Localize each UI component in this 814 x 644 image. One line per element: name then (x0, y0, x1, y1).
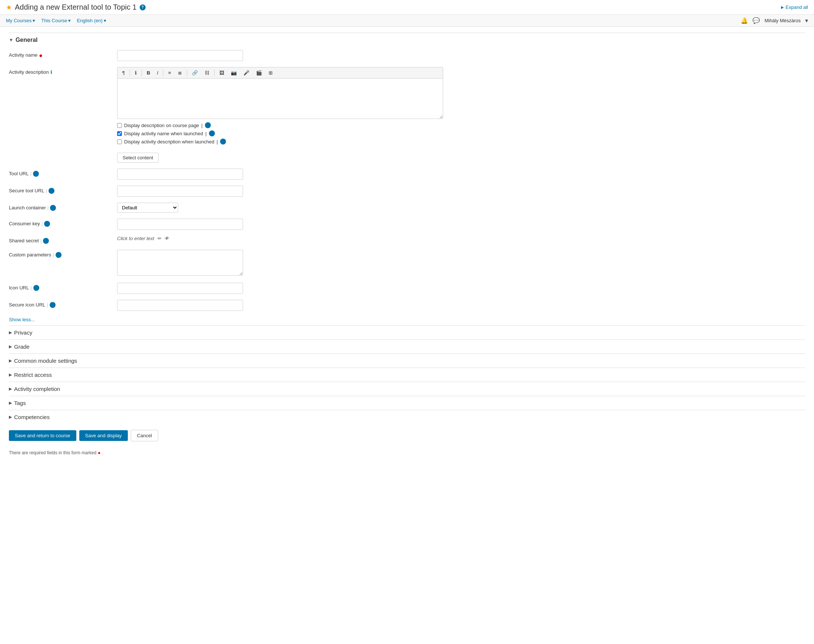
shared-secret-eye-icon[interactable]: 👁 (164, 236, 169, 241)
select-content-button[interactable]: Select content (117, 153, 159, 163)
restrict-access-label: Restrict access (14, 372, 52, 378)
toolbar-bold-btn[interactable]: B (144, 69, 153, 77)
display-description-checkbox[interactable] (117, 123, 122, 128)
save-display-button[interactable]: Save and display (79, 430, 128, 441)
shared-secret-label-text: Shared secret (9, 238, 39, 244)
nav-my-courses[interactable]: My Courses ▾ (6, 18, 35, 23)
user-name[interactable]: Mihály Mészáros (764, 18, 801, 23)
cancel-button[interactable]: Cancel (131, 430, 158, 441)
general-section-header[interactable]: ▼ General (9, 32, 805, 47)
launch-container-info-icon[interactable]: ? (50, 205, 56, 211)
tool-url-label-cell: Tool URL | ? (9, 169, 113, 177)
privacy-section-header[interactable]: ▶ Privacy (9, 325, 805, 339)
save-return-button[interactable]: Save and return to course (9, 430, 76, 441)
toolbar-video-btn[interactable]: 🎬 (253, 69, 265, 77)
shared-secret-info-icon[interactable]: ? (43, 238, 49, 244)
activity-name-row: Activity name ● (9, 47, 805, 64)
form-actions: Save and return to course Save and displ… (9, 424, 805, 447)
shared-secret-edit-icon[interactable]: ✏ (157, 236, 161, 241)
display-activity-name-checkbox[interactable] (117, 131, 122, 136)
nav-language[interactable]: English (en) ▾ (77, 18, 106, 23)
consumer-key-input[interactable] (117, 219, 243, 230)
restrict-access-section-header[interactable]: ▶ Restrict access (9, 368, 805, 382)
secure-tool-url-field (117, 186, 805, 197)
icon-url-info-icon[interactable]: ? (33, 285, 39, 291)
privacy-toggle-icon: ▶ (9, 330, 12, 335)
activity-name-input[interactable] (117, 50, 243, 61)
custom-parameters-info-icon[interactable]: ? (55, 252, 61, 258)
form-container: ▼ General Activity name ● Activity descr… (0, 27, 814, 464)
consumer-key-info-icon[interactable]: ? (44, 221, 50, 227)
toolbar-info-btn[interactable]: ℹ (132, 69, 139, 77)
activity-completion-section-header[interactable]: ▶ Activity completion (9, 382, 805, 396)
restrict-access-toggle-icon: ▶ (9, 373, 12, 377)
secure-tool-url-info-icon[interactable]: ? (49, 188, 54, 194)
display-description-info-icon[interactable]: ? (205, 122, 211, 128)
required-note-period: . (102, 450, 103, 455)
activity-description-textarea[interactable] (117, 78, 443, 119)
custom-parameters-row: Custom parameters | ? (9, 247, 805, 280)
tool-url-row: Tool URL | ? (9, 166, 805, 182)
title-info-icon[interactable]: ? (139, 5, 146, 11)
activity-description-row: Activity description ℹ ¶ ℹ B I ≡ ≣ (9, 64, 805, 150)
toolbar-image-btn[interactable]: 🖼 (217, 69, 227, 77)
show-less-container: Show less... (9, 314, 805, 325)
show-less-link[interactable]: Show less... (9, 314, 35, 325)
required-note: There are required fields in this form m… (9, 447, 805, 458)
common-module-section-header[interactable]: ▶ Common module settings (9, 354, 805, 368)
secure-icon-url-input[interactable] (117, 300, 243, 311)
nav-right: 🔔 💬 Mihály Mészáros ▾ (740, 17, 808, 24)
activity-description-info-icon[interactable]: ℹ (51, 69, 52, 75)
toolbar-sep-5 (214, 70, 215, 76)
display-activity-name-row: Display activity name when launched | ? (117, 130, 443, 136)
tool-url-label-text: Tool URL (9, 171, 29, 176)
toolbar-italic-btn[interactable]: I (154, 69, 161, 77)
toolbar-audio-btn[interactable]: 🎤 (241, 69, 252, 77)
user-menu-icon[interactable]: ▾ (805, 17, 808, 24)
icon-url-row: Icon URL | ? (9, 280, 805, 297)
shared-secret-placeholder[interactable]: Click to enter text (117, 236, 154, 241)
tool-url-input[interactable] (117, 169, 243, 180)
shared-secret-field: Click to enter text ✏ 👁 (117, 236, 805, 241)
toolbar-unlink-btn[interactable]: ⛓ (202, 69, 212, 77)
secure-tool-url-input[interactable] (117, 186, 243, 197)
custom-parameters-textarea[interactable] (117, 250, 243, 276)
display-activity-description-info-icon[interactable]: ? (220, 139, 226, 144)
secure-icon-url-info-icon[interactable]: ? (50, 302, 55, 308)
toolbar-format-btn[interactable]: ¶ (120, 69, 127, 77)
nav-bar: My Courses ▾ This Course ▾ English (en) … (0, 15, 814, 27)
general-section-label: General (15, 37, 38, 43)
activity-description-label-text: Activity description (9, 69, 49, 75)
activity-name-label-cell: Activity name ● (9, 50, 113, 59)
toolbar-media-btn[interactable]: 📷 (228, 69, 239, 77)
notification-icon[interactable]: 🔔 (740, 17, 748, 24)
tags-section-header[interactable]: ▶ Tags (9, 396, 805, 410)
toolbar-embed-btn[interactable]: ⊞ (266, 69, 275, 77)
expand-all-button[interactable]: ▶ Expand all (781, 5, 808, 10)
toolbar-sep-3 (163, 70, 163, 76)
custom-parameters-field (117, 250, 805, 277)
required-note-icon: ● (98, 450, 100, 455)
launch-container-label-text: Launch container (9, 205, 46, 210)
nav-this-course[interactable]: This Course ▾ (41, 18, 71, 23)
activity-name-required-icon: ● (39, 52, 43, 59)
tags-label: Tags (14, 400, 26, 406)
activity-completion-label: Activity completion (14, 386, 60, 392)
toolbar-link-btn[interactable]: 🔗 (189, 69, 201, 77)
launch-container-select[interactable]: Default Embed Embed without blocks New w… (117, 203, 178, 213)
toolbar-numlist-btn[interactable]: ≣ (175, 69, 184, 77)
activity-description-field: ¶ ℹ B I ≡ ≣ 🔗 ⛓ 🖼 📷 (117, 67, 443, 147)
chat-icon[interactable]: 💬 (753, 17, 760, 24)
competencies-label: Competencies (14, 414, 50, 420)
display-activity-description-checkbox[interactable] (117, 140, 122, 144)
activity-completion-toggle-icon: ▶ (9, 386, 12, 391)
grade-section-header[interactable]: ▶ Grade (9, 339, 805, 354)
tags-toggle-icon: ▶ (9, 400, 12, 405)
toolbar-bullet-btn[interactable]: ≡ (166, 69, 174, 77)
display-activity-name-info-icon[interactable]: ? (209, 130, 215, 136)
general-content: Activity name ● Activity description ℹ ¶ (9, 47, 805, 325)
icon-url-input[interactable] (117, 283, 243, 294)
competencies-section-header[interactable]: ▶ Competencies (9, 410, 805, 424)
tool-url-info-icon[interactable]: ? (33, 171, 39, 177)
editor-toolbar: ¶ ℹ B I ≡ ≣ 🔗 ⛓ 🖼 📷 (117, 67, 443, 78)
